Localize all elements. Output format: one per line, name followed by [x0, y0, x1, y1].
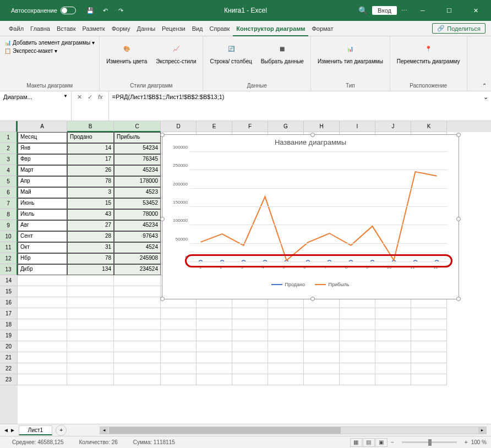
cell[interactable] — [340, 330, 375, 341]
cell[interactable] — [340, 341, 375, 352]
cell[interactable]: Продано — [67, 132, 114, 143]
resize-handle[interactable] — [310, 133, 315, 137]
cell[interactable] — [232, 341, 268, 352]
row-header[interactable]: 13 — [0, 264, 18, 275]
cell[interactable] — [304, 330, 340, 341]
tab-view[interactable]: Вид — [189, 21, 206, 36]
row-header[interactable]: 18 — [0, 319, 18, 330]
zoom-in-button[interactable]: + — [465, 439, 468, 445]
column-header[interactable]: J — [375, 121, 411, 132]
resize-handle[interactable] — [160, 297, 165, 301]
row-header[interactable]: 21 — [0, 352, 18, 363]
cell[interactable] — [411, 319, 447, 330]
cell[interactable]: Месяц — [18, 132, 67, 143]
cell[interactable]: 27 — [67, 220, 114, 231]
column-header[interactable]: K — [411, 121, 447, 132]
row-header[interactable]: 23 — [0, 374, 18, 385]
cell[interactable]: 17 — [67, 154, 114, 165]
cell[interactable] — [67, 374, 114, 385]
cell[interactable] — [114, 363, 161, 374]
row-header[interactable]: 11 — [0, 242, 18, 253]
row-header[interactable]: 14 — [0, 275, 18, 286]
cell[interactable] — [161, 341, 197, 352]
cell[interactable] — [340, 319, 375, 330]
cell[interactable] — [375, 352, 411, 363]
scrollbar-thumb[interactable] — [109, 427, 341, 434]
cell[interactable]: 178000 — [114, 176, 161, 187]
cell[interactable]: 53452 — [114, 198, 161, 209]
cell[interactable]: 14 — [67, 143, 114, 154]
cell[interactable]: 45234 — [114, 165, 161, 176]
close-button[interactable]: ✕ — [465, 2, 487, 19]
cell[interactable] — [340, 352, 375, 363]
tab-chart-design[interactable]: Конструктор диаграмм — [233, 21, 308, 36]
cell[interactable] — [18, 330, 67, 341]
cell[interactable] — [232, 363, 268, 374]
legend-item[interactable]: Прибыль — [315, 282, 349, 287]
resize-handle[interactable] — [456, 133, 461, 137]
cell[interactable] — [197, 308, 232, 319]
accept-icon[interactable]: ✓ — [88, 94, 92, 101]
cell[interactable] — [114, 286, 161, 297]
cell[interactable] — [67, 319, 114, 330]
cell[interactable] — [114, 308, 161, 319]
switch-row-column-button[interactable]: 🔄 Строка/ столбец — [208, 39, 254, 65]
cell[interactable] — [161, 330, 197, 341]
cell[interactable] — [67, 308, 114, 319]
cell[interactable] — [18, 275, 67, 286]
chart-plot-area[interactable]: 050000100000150000200000250000300000 123… — [190, 152, 448, 262]
cell[interactable] — [232, 352, 268, 363]
zoom-level[interactable]: 100 % — [471, 439, 487, 445]
cell[interactable]: 4523 — [114, 187, 161, 198]
resize-handle[interactable] — [456, 217, 461, 221]
row-header[interactable]: 7 — [0, 198, 18, 209]
prev-sheet-icon[interactable]: ◄ — [3, 427, 9, 433]
cell[interactable]: 78000 — [114, 209, 161, 220]
tab-formulas[interactable]: Форму — [108, 21, 134, 36]
cell[interactable] — [375, 374, 411, 385]
ribbon-options-icon[interactable]: ⋯ — [401, 7, 407, 14]
cell[interactable] — [18, 352, 67, 363]
cell[interactable]: 31 — [67, 242, 114, 253]
cell[interactable]: Окт — [18, 242, 67, 253]
cell[interactable] — [411, 363, 447, 374]
minimize-button[interactable]: ─ — [412, 2, 434, 19]
name-box[interactable]: Диаграм... ▼ — [0, 91, 72, 121]
cell[interactable] — [232, 374, 268, 385]
tab-format[interactable]: Формат — [308, 21, 336, 36]
cell[interactable] — [114, 374, 161, 385]
column-header[interactable]: H — [304, 121, 340, 132]
row-header[interactable]: 22 — [0, 363, 18, 374]
cell[interactable] — [268, 330, 304, 341]
cell[interactable] — [375, 363, 411, 374]
change-chart-type-button[interactable]: 📊 Изменить тип диаграммы — [315, 39, 385, 65]
cell[interactable] — [18, 308, 67, 319]
column-header[interactable]: E — [197, 121, 232, 132]
cell[interactable] — [268, 308, 304, 319]
cell[interactable]: Май — [18, 187, 67, 198]
cell[interactable] — [114, 352, 161, 363]
cell[interactable] — [197, 319, 232, 330]
row-header[interactable]: 5 — [0, 176, 18, 187]
fx-icon[interactable]: fx — [98, 94, 103, 100]
cell[interactable] — [67, 330, 114, 341]
cell[interactable] — [18, 341, 67, 352]
expand-formula-bar[interactable]: ⌄ — [480, 91, 491, 121]
cell[interactable] — [411, 374, 447, 385]
cell[interactable] — [67, 297, 114, 308]
cell[interactable] — [114, 330, 161, 341]
express-styles-button[interactable]: 📈 Экспресс-стили — [154, 39, 198, 65]
search-icon[interactable]: 🔍 — [358, 6, 368, 15]
cell[interactable]: Апр — [18, 176, 67, 187]
cell[interactable] — [114, 275, 161, 286]
cell[interactable]: 15 — [67, 198, 114, 209]
change-colors-button[interactable]: 🎨 Изменить цвета — [104, 39, 149, 65]
scroll-left-icon[interactable]: ◄ — [100, 427, 108, 434]
cell[interactable] — [114, 319, 161, 330]
cell[interactable] — [232, 330, 268, 341]
resize-handle[interactable] — [160, 133, 165, 137]
sheet-tab[interactable]: Лист1 — [19, 425, 52, 435]
chart-object[interactable]: Название диаграммы 050000100000150000200… — [162, 134, 459, 299]
cell[interactable]: Сент — [18, 231, 67, 242]
chart-title[interactable]: Название диаграммы — [162, 135, 459, 150]
